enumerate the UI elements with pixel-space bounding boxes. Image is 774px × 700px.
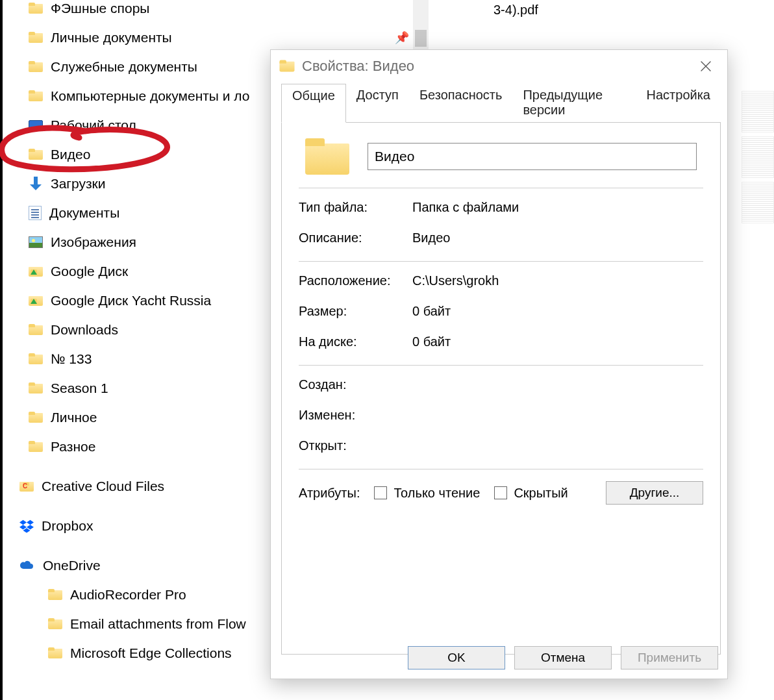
tree-item[interactable]: Microsoft Edge Collections [19, 638, 266, 668]
tab-sharing[interactable]: Доступ [346, 84, 409, 123]
tree-item[interactable]: ФЭшные споры [19, 0, 266, 23]
checkbox-label: Скрытый [514, 486, 568, 501]
value-location: C:\Users\grokh [412, 273, 499, 288]
separator [299, 261, 703, 262]
tab-general[interactable]: Общие [281, 84, 346, 123]
page-thumbnails [742, 91, 774, 227]
tree-item[interactable]: Downloads [19, 315, 266, 344]
label-opened: Открыт: [299, 438, 412, 453]
label-ondisk: На диске: [299, 334, 412, 349]
folder-icon [29, 90, 43, 102]
tree-label: Личное [51, 410, 97, 425]
svg-marker-0 [19, 519, 27, 524]
dialog-buttons: OK Отмена Применить [408, 646, 718, 669]
desktop-icon [29, 120, 43, 131]
folder-icon [29, 3, 43, 14]
ok-button[interactable]: OK [408, 646, 505, 669]
svg-marker-1 [27, 519, 34, 524]
tree-item[interactable]: № 133 [19, 344, 266, 373]
tree-item[interactable]: Личное [19, 403, 266, 432]
folder-icon [29, 441, 43, 453]
pictures-icon [29, 236, 43, 248]
tree-item-video[interactable]: Видео [19, 140, 266, 169]
tree-label: Season 1 [51, 381, 108, 396]
dialog-tab-body: Тип файла:Папка с файлами Описание:Видео… [281, 122, 721, 655]
other-attributes-button[interactable]: Другие... [606, 481, 703, 505]
folder-icon [48, 618, 62, 630]
label-size: Размер: [299, 304, 412, 319]
scrollbar[interactable] [413, 0, 429, 51]
pin-icon: 📌 [395, 31, 409, 45]
tab-security[interactable]: Безопасность [409, 84, 513, 123]
tree-item[interactable]: Компьютерные документы и ло [19, 81, 266, 110]
tree-item-dropbox[interactable]: Dropbox [19, 511, 266, 540]
label-modified: Изменен: [299, 408, 412, 423]
checkbox-label: Только чтение [393, 486, 480, 501]
label-type: Тип файла: [299, 200, 412, 215]
tree-item[interactable]: Google Диск Yacht Russia [19, 286, 266, 315]
folder-icon [29, 412, 43, 423]
tree-item-pictures[interactable]: Изображения [19, 227, 266, 256]
value-size: 0 байт [412, 304, 451, 319]
tree-item[interactable]: Email attachments from Flow [19, 609, 266, 638]
download-icon [29, 177, 43, 191]
tree-item[interactable]: Служебные документы [19, 52, 266, 81]
gdrive-folder-icon [29, 266, 43, 277]
label-desc: Описание: [299, 231, 412, 245]
folder-icon [29, 149, 43, 160]
tree-item-downloads[interactable]: Загрузки [19, 169, 266, 198]
tree-item-desktop[interactable]: Рабочий стол [19, 110, 266, 140]
folder-icon [279, 60, 294, 73]
tree-label: Разное [51, 439, 95, 455]
tree-item-onedrive[interactable]: OneDrive [19, 551, 266, 580]
label-created: Создан: [299, 377, 412, 392]
tree-label: Рабочий стол [51, 118, 136, 133]
checkbox-hidden[interactable]: Скрытый [494, 486, 568, 501]
cancel-button[interactable]: Отмена [514, 646, 612, 669]
separator [299, 188, 703, 188]
apply-button[interactable]: Применить [621, 646, 718, 669]
tree-label: OneDrive [43, 558, 101, 573]
folder-icon [29, 353, 43, 365]
tab-prev-versions[interactable]: Предыдущие версии [512, 84, 636, 123]
checkbox-box[interactable] [374, 486, 387, 499]
dropbox-icon [19, 519, 34, 533]
tree-item-cc[interactable]: Creative Cloud Files [19, 471, 266, 501]
label-location: Расположение: [299, 273, 412, 288]
tree-label: Microsoft Edge Collections [70, 645, 232, 661]
tree-label: Компьютерные документы и ло [51, 88, 250, 104]
tab-customize[interactable]: Настройка [636, 84, 721, 123]
tree-label: Dropbox [42, 518, 93, 534]
tree-item[interactable]: AudioRecorder Pro [19, 580, 266, 609]
folder-name-input[interactable] [368, 143, 697, 170]
tree-label: Видео [51, 147, 90, 162]
tree-label: № 133 [51, 351, 92, 367]
tree-item[interactable]: Разное [19, 432, 266, 461]
tree-label: Служебные документы [51, 59, 197, 75]
tree-item[interactable]: Личные документы📌 [19, 23, 266, 52]
dialog-tabs: Общие Доступ Безопасность Предыдущие вер… [281, 84, 721, 123]
folder-icon [29, 61, 43, 73]
folder-icon [29, 32, 43, 44]
folder-icon [48, 647, 62, 659]
document-icon [29, 206, 42, 220]
tree-label: Email attachments from Flow [70, 616, 246, 632]
checkbox-box[interactable] [494, 486, 507, 499]
value-type: Папка с файлами [412, 200, 519, 215]
separator [299, 469, 703, 469]
tree-label: Google Диск [51, 264, 128, 279]
tree-label: Google Диск Yacht Russia [51, 293, 211, 308]
properties-dialog: Свойства: Видео Общие Доступ Безопасност… [270, 49, 728, 679]
tree-label: ФЭшные споры [51, 1, 149, 16]
tree-item[interactable]: Season 1 [19, 373, 266, 403]
folder-icon [48, 589, 62, 601]
tree-item[interactable]: Google Диск [19, 256, 266, 286]
onedrive-icon [19, 560, 35, 571]
dialog-titlebar[interactable]: Свойства: Видео [271, 50, 727, 82]
tree-item-documents[interactable]: Документы [19, 198, 266, 227]
value-desc: Видео [412, 231, 450, 245]
checkbox-readonly[interactable]: Только чтение [374, 486, 480, 501]
tree-label: Личные документы [51, 30, 172, 45]
close-button[interactable] [691, 55, 721, 77]
scrollbar-thumb[interactable] [415, 30, 427, 47]
